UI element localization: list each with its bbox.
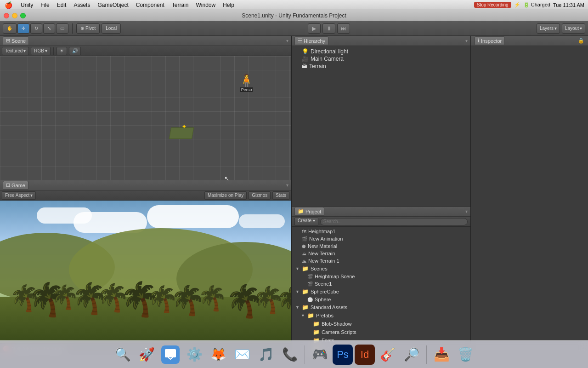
hierarchy-item-directional-light[interactable]: 💡 Directional light	[292, 48, 470, 55]
dock-guitar[interactable]: 🎸	[377, 344, 399, 366]
play-button[interactable]: ▶	[308, 23, 321, 34]
dock-system-prefs[interactable]: ⚙️	[183, 344, 205, 366]
scale-tool[interactable]: ⤡	[43, 23, 55, 34]
dock-downloads[interactable]: 📥	[430, 344, 452, 366]
project-panel: 📁 Project ▾ Create ▾ 🗺 Heightmap1	[292, 206, 470, 353]
scene-view[interactable]: 🧍 Perso ✦ ↖	[0, 56, 291, 180]
project-item-scenes[interactable]: ▼ 📁 Scenes	[292, 264, 470, 273]
dock-itunes[interactable]: 🎵	[255, 344, 277, 366]
dropdown-arrow-icon: ▾	[23, 48, 26, 53]
rotate-tool[interactable]: ↻	[30, 23, 42, 34]
menu-assets[interactable]: Assets	[70, 2, 94, 8]
project-item-spherecube[interactable]: ▼ 📁 SphereCube	[292, 288, 470, 296]
aspect-dropdown[interactable]: Free Aspect ▾	[2, 191, 36, 200]
inspector-tab[interactable]: ℹ Inspector	[475, 36, 505, 45]
dock-search[interactable]: 🔎	[401, 344, 423, 366]
menu-terrain[interactable]: Terrain	[168, 2, 192, 8]
terrain-file-1-icon: ⛰	[302, 259, 306, 264]
dock-finder-app[interactable]	[159, 344, 181, 366]
pause-button[interactable]: ⏸	[322, 23, 335, 34]
menu-window[interactable]: Window	[192, 2, 219, 8]
project-item-standard-assets[interactable]: ▼ 📁 Standard Assets	[292, 303, 470, 311]
stats-btn[interactable]: Stats	[272, 191, 289, 200]
project-item-new-animation[interactable]: 🎬 New Animation	[292, 235, 470, 242]
menu-help[interactable]: Help	[219, 2, 238, 8]
hierarchy-item-main-camera[interactable]: 🎥 Main Camera	[292, 55, 470, 63]
local-button[interactable]: Local	[102, 23, 121, 34]
scene-collapse-btn[interactable]: ▾	[286, 38, 288, 43]
maximize-btn[interactable]: Maximize on Play	[204, 191, 247, 200]
inspector-tab-icon: ℹ	[478, 38, 480, 44]
project-header: 📁 Project ▾	[292, 207, 470, 217]
scene-color-dropdown[interactable]: RGB ▾	[31, 47, 51, 55]
rect-tool[interactable]: ▭	[56, 23, 68, 34]
project-item-heightmap-scene[interactable]: 🎬 Heightmap Scene	[292, 273, 470, 280]
recording-btn[interactable]: Stop Recording	[474, 2, 511, 8]
dock-photoshop[interactable]: Ps	[333, 345, 353, 365]
project-item-prefabs[interactable]: ▼ 📁 Prefabs	[292, 311, 470, 320]
project-collapse-btn[interactable]: ▾	[465, 209, 468, 214]
main-layout: ⊞ Scene ▾ Textured ▾ RGB ▾ ☀ 🔊 🧍	[0, 36, 588, 353]
create-button[interactable]: Create ▾	[294, 218, 318, 226]
dock-trash[interactable]: 🗑️	[454, 344, 476, 366]
dock-finder[interactable]: 🔍	[112, 344, 134, 366]
scene-block-object[interactable]: ✦	[170, 127, 193, 139]
dock-separator-2	[426, 345, 427, 364]
title-bar: Scene1.unity - Unity Fundamentals Projec…	[0, 10, 588, 21]
move-tool[interactable]: ✛	[17, 23, 29, 34]
game-collapse-btn[interactable]: ▾	[286, 183, 288, 188]
hand-tool[interactable]: ✋	[3, 23, 17, 34]
taskbar: 🔍 🚀 ⚙️ 🦊 ✉️ 🎵 📞 🎮 Ps Id 🎸 🔎 📥 🗑️	[0, 340, 588, 368]
gizmos-btn[interactable]: Gizmos	[249, 191, 271, 200]
project-search-input[interactable]	[320, 218, 468, 225]
project-item-camera-scripts[interactable]: 📁 Camera Scripts	[292, 328, 470, 336]
menu-unity[interactable]: Unity	[17, 2, 37, 8]
project-item-new-terrain-1[interactable]: ⛰ New Terrain 1	[292, 257, 470, 264]
scene-person-object[interactable]: 🧍 Perso	[238, 75, 254, 92]
project-item-new-terrain[interactable]: ⛰ New Terrain	[292, 250, 470, 257]
toolbar-right: Layers ▾ Layout ▾	[537, 23, 585, 34]
hierarchy-tab[interactable]: ☰ Hierarchy	[294, 36, 328, 45]
transform-tools: ✋ ✛ ↻ ⤡ ▭	[3, 23, 68, 34]
chevron-down-icon: ▾	[580, 26, 582, 31]
dock-facetime[interactable]: 📞	[279, 344, 301, 366]
scene-mode-dropdown[interactable]: Textured ▾	[2, 47, 29, 55]
layout-dropdown[interactable]: Layout ▾	[562, 23, 585, 34]
terrain-icon: 🏔	[302, 63, 307, 69]
project-item-new-material[interactable]: ⬟ New Material	[292, 242, 470, 250]
project-tab[interactable]: 📁 Project	[294, 207, 324, 216]
menu-edit[interactable]: Edit	[53, 2, 70, 8]
game-tab[interactable]: ⊡ Game	[3, 181, 28, 190]
cloud-4	[239, 214, 285, 228]
project-item-sphere[interactable]: ⚪ Sphere	[292, 296, 470, 303]
menu-gameobject[interactable]: GameObject	[94, 2, 132, 8]
menu-component[interactable]: Component	[132, 2, 168, 8]
spherecube-folder-icon: 📁	[302, 288, 309, 295]
apple-menu[interactable]: 🍎	[0, 1, 17, 9]
step-button[interactable]: ⏭	[337, 23, 350, 34]
dock-mail[interactable]: ✉️	[231, 344, 253, 366]
dock-safari[interactable]: 🦊	[207, 344, 229, 366]
blob-shadow-icon: 📁	[313, 321, 320, 327]
pivot-button[interactable]: ⊕ Pivot	[76, 23, 100, 34]
standard-assets-folder-icon: 📁	[302, 304, 309, 310]
scene-light-btn[interactable]: ☀	[57, 47, 67, 55]
maximize-button[interactable]	[20, 13, 26, 18]
inspector-lock-icon[interactable]: 🔒	[578, 38, 584, 44]
close-button[interactable]	[4, 13, 9, 18]
palm-tree-9: 🌴	[198, 286, 227, 310]
inspector-body	[471, 46, 588, 353]
dock-unity[interactable]: 🎮	[309, 344, 331, 366]
layers-dropdown[interactable]: Layers ▾	[537, 23, 560, 34]
dock-launchpad[interactable]: 🚀	[136, 344, 158, 366]
hierarchy-collapse-btn[interactable]: ▾	[465, 38, 468, 43]
hierarchy-item-terrain[interactable]: 🏔 Terrain	[292, 63, 470, 70]
scene-audio-btn[interactable]: 🔊	[69, 47, 81, 55]
minimize-button[interactable]	[12, 13, 17, 18]
project-item-blob-shadow[interactable]: 📁 Blob-Shadow	[292, 320, 470, 328]
menu-file[interactable]: File	[37, 2, 53, 8]
project-item-heightmap1[interactable]: 🗺 Heightmap1	[292, 228, 470, 235]
project-item-scene1[interactable]: 🎬 Scene1	[292, 280, 470, 288]
dock-indesign[interactable]: Id	[355, 345, 375, 365]
scene-tab[interactable]: ⊞ Scene	[3, 36, 29, 45]
